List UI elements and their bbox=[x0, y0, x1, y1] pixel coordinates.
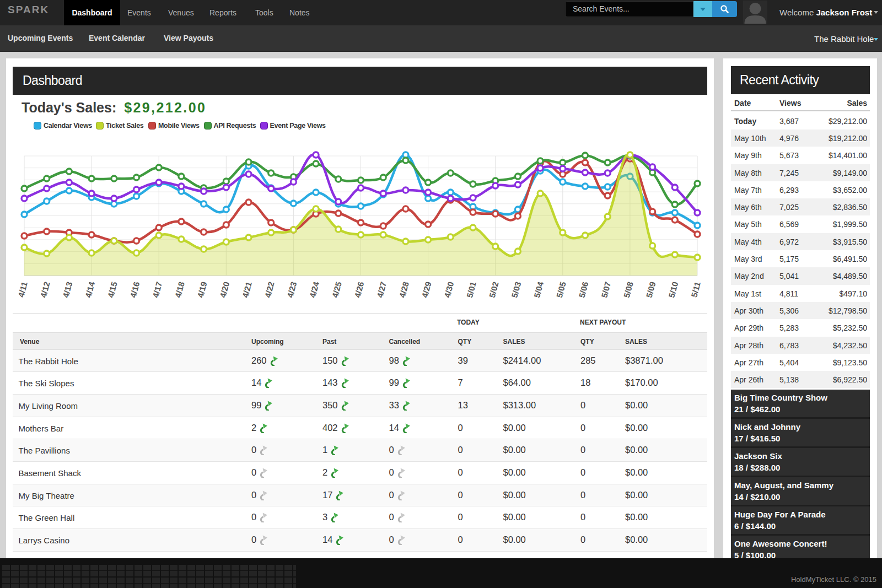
svg-text:4/19: 4/19 bbox=[196, 280, 209, 299]
svg-text:4/13: 4/13 bbox=[61, 280, 74, 299]
svg-text:4/20: 4/20 bbox=[218, 280, 231, 299]
svg-text:5/08: 5/08 bbox=[622, 280, 635, 299]
svg-text:4/22: 4/22 bbox=[263, 280, 276, 299]
svg-text:4/16: 4/16 bbox=[128, 280, 141, 299]
svg-text:5/02: 5/02 bbox=[487, 280, 501, 299]
svg-text:5/04: 5/04 bbox=[532, 280, 545, 299]
svg-text:5/09: 5/09 bbox=[644, 280, 658, 299]
svg-text:4/17: 4/17 bbox=[150, 280, 164, 299]
svg-text:4/30: 4/30 bbox=[442, 280, 455, 299]
svg-text:4/11: 4/11 bbox=[16, 280, 29, 298]
svg-text:5/07: 5/07 bbox=[599, 280, 612, 299]
svg-text:5/11: 5/11 bbox=[689, 280, 702, 298]
svg-text:5/06: 5/06 bbox=[577, 280, 590, 299]
svg-text:4/21: 4/21 bbox=[240, 280, 254, 299]
svg-text:4/29: 4/29 bbox=[420, 280, 433, 299]
svg-text:4/14: 4/14 bbox=[83, 280, 96, 299]
svg-text:4/25: 4/25 bbox=[330, 280, 343, 299]
svg-text:5/10: 5/10 bbox=[666, 280, 680, 299]
svg-text:4/23: 4/23 bbox=[285, 280, 298, 299]
svg-text:5/01: 5/01 bbox=[465, 280, 478, 299]
svg-text:4/27: 4/27 bbox=[375, 280, 388, 299]
svg-text:4/15: 4/15 bbox=[106, 280, 119, 299]
svg-text:4/26: 4/26 bbox=[352, 280, 365, 299]
svg-text:4/28: 4/28 bbox=[397, 280, 411, 299]
svg-text:5/03: 5/03 bbox=[509, 280, 523, 299]
svg-text:4/18: 4/18 bbox=[173, 280, 186, 299]
svg-text:4/24: 4/24 bbox=[308, 280, 321, 299]
svg-text:5/05: 5/05 bbox=[555, 280, 568, 299]
svg-text:4/12: 4/12 bbox=[39, 280, 52, 299]
